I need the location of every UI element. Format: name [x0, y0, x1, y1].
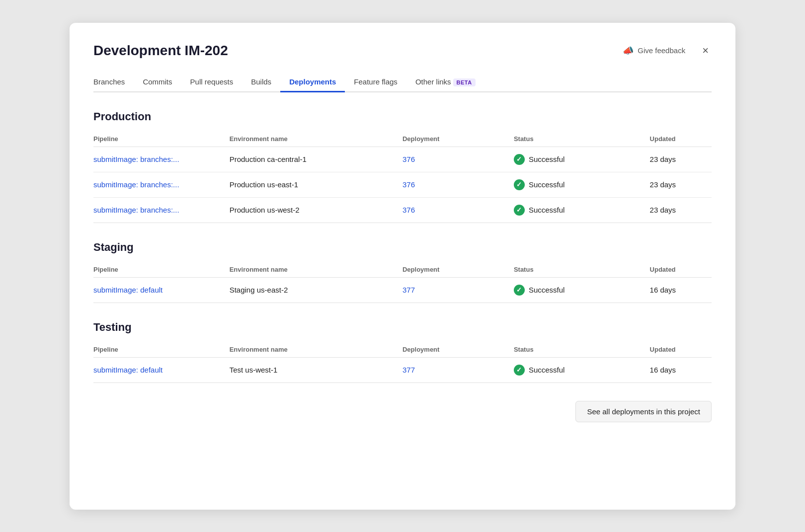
tab-pull-requests[interactable]: Pull requests	[181, 73, 242, 92]
testing-deployment-link-0[interactable]: 377	[402, 366, 415, 374]
tab-feature-flags[interactable]: Feature flags	[345, 73, 406, 92]
testing-status-0: Successful	[514, 365, 650, 376]
testing-success-icon-0	[514, 365, 525, 376]
status-label-1: Successful	[529, 180, 565, 189]
tab-builds[interactable]: Builds	[242, 73, 280, 92]
status-1: Successful	[514, 179, 650, 190]
table-row: submitImage: default Staging us-east-2 3…	[93, 277, 712, 303]
updated-1: 23 days	[650, 172, 712, 197]
staging-status-0: Successful	[514, 285, 650, 296]
testing-updated-0: 16 days	[650, 357, 712, 382]
staging-pipeline-link-0[interactable]: submitImage: default	[93, 286, 162, 294]
production-col-deployment: Deployment	[402, 131, 514, 147]
production-section: Production Pipeline Environment name Dep…	[93, 110, 712, 223]
production-col-environment: Environment name	[230, 131, 402, 147]
footer-actions: See all deployments in this project	[93, 401, 712, 422]
testing-section: Testing Pipeline Environment name Deploy…	[93, 321, 712, 383]
see-all-deployments-button[interactable]: See all deployments in this project	[575, 401, 712, 422]
env-name-0: Production ca-central-1	[230, 147, 402, 172]
production-col-pipeline: Pipeline	[93, 131, 230, 147]
feedback-label: Give feedback	[638, 46, 685, 55]
tab-deployments[interactable]: Deployments	[280, 73, 345, 92]
status-label-2: Successful	[529, 206, 565, 214]
table-row: submitImage: branches:... Production ca-…	[93, 147, 712, 172]
staging-table: Pipeline Environment name Deployment Sta…	[93, 262, 712, 303]
updated-0: 23 days	[650, 147, 712, 172]
status-2: Successful	[514, 205, 650, 216]
updated-2: 23 days	[650, 197, 712, 223]
testing-pipeline-link-0[interactable]: submitImage: default	[93, 366, 162, 374]
testing-title: Testing	[93, 321, 712, 334]
pipeline-link-2[interactable]: submitImage: branches:...	[93, 206, 179, 214]
testing-col-status: Status	[514, 342, 650, 358]
tab-branches[interactable]: Branches	[93, 73, 134, 92]
tabs-nav: Branches Commits Pull requests Builds De…	[93, 73, 712, 92]
status-label-0: Successful	[529, 155, 565, 163]
success-icon-0	[514, 154, 525, 165]
deployment-link-1[interactable]: 376	[402, 180, 415, 189]
close-button[interactable]: ×	[699, 43, 712, 58]
testing-status-label-0: Successful	[529, 366, 565, 374]
header-actions: 📣 Give feedback ×	[619, 43, 712, 58]
staging-col-pipeline: Pipeline	[93, 262, 230, 278]
production-title: Production	[93, 110, 712, 123]
staging-status-label-0: Successful	[529, 286, 565, 294]
testing-col-pipeline: Pipeline	[93, 342, 230, 358]
success-icon-2	[514, 205, 525, 216]
deployment-link-2[interactable]: 376	[402, 206, 415, 214]
staging-col-deployment: Deployment	[402, 262, 514, 278]
env-name-2: Production us-west-2	[230, 197, 402, 223]
tab-commits[interactable]: Commits	[134, 73, 181, 92]
beta-badge: BETA	[453, 78, 476, 86]
staging-success-icon-0	[514, 285, 525, 296]
production-col-status: Status	[514, 131, 650, 147]
testing-col-environment: Environment name	[230, 342, 402, 358]
megaphone-icon: 📣	[623, 45, 634, 56]
give-feedback-button[interactable]: 📣 Give feedback	[619, 43, 689, 58]
modal-title: Development IM-202	[93, 43, 228, 59]
staging-col-environment: Environment name	[230, 262, 402, 278]
env-name-1: Production us-east-1	[230, 172, 402, 197]
tab-other-links[interactable]: Other linksBETA	[406, 73, 484, 92]
success-icon-1	[514, 179, 525, 190]
staging-section: Staging Pipeline Environment name Deploy…	[93, 241, 712, 303]
staging-env-name-0: Staging us-east-2	[230, 277, 402, 303]
table-row: submitImage: default Test us-west-1 377 …	[93, 357, 712, 382]
modal-header: Development IM-202 📣 Give feedback ×	[93, 43, 712, 59]
testing-col-updated: Updated	[650, 342, 712, 358]
modal-container: Development IM-202 📣 Give feedback × Bra…	[70, 23, 735, 510]
production-table: Pipeline Environment name Deployment Sta…	[93, 131, 712, 223]
staging-title: Staging	[93, 241, 712, 254]
staging-deployment-link-0[interactable]: 377	[402, 286, 415, 294]
testing-table: Pipeline Environment name Deployment Sta…	[93, 342, 712, 383]
pipeline-link-1[interactable]: submitImage: branches:...	[93, 180, 179, 189]
staging-updated-0: 16 days	[650, 277, 712, 303]
deployment-link-0[interactable]: 376	[402, 155, 415, 163]
table-row: submitImage: branches:... Production us-…	[93, 197, 712, 223]
staging-col-status: Status	[514, 262, 650, 278]
staging-col-updated: Updated	[650, 262, 712, 278]
testing-col-deployment: Deployment	[402, 342, 514, 358]
table-row: submitImage: branches:... Production us-…	[93, 172, 712, 197]
tab-other-links-label: Other links	[415, 77, 451, 86]
pipeline-link-0[interactable]: submitImage: branches:...	[93, 155, 179, 163]
production-col-updated: Updated	[650, 131, 712, 147]
status-0: Successful	[514, 154, 650, 165]
testing-env-name-0: Test us-west-1	[230, 357, 402, 382]
